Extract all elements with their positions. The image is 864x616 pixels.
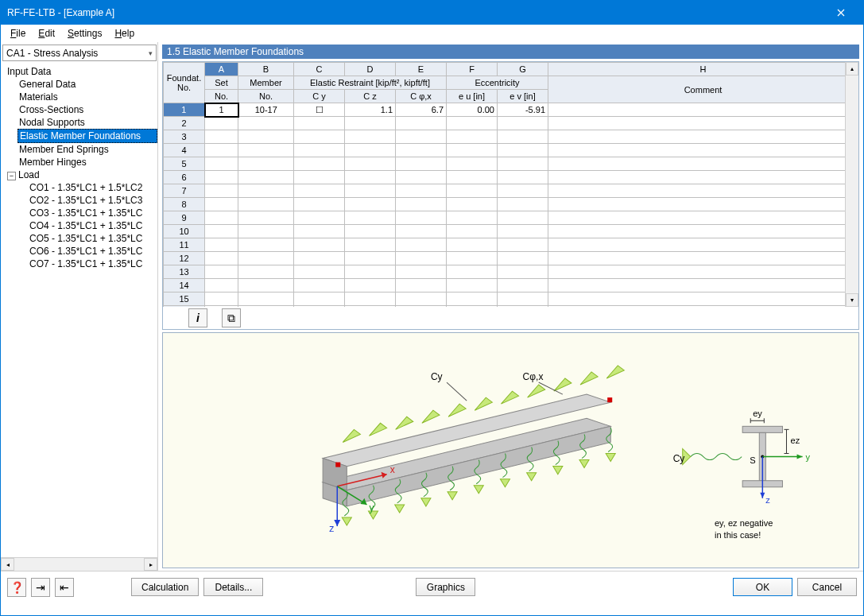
cell-cy[interactable]: [294, 225, 345, 238]
cell-cphix[interactable]: [396, 265, 447, 279]
cell-cphix[interactable]: [396, 171, 447, 184]
row-header[interactable]: 15: [164, 293, 205, 306]
cell-eu[interactable]: [447, 279, 498, 293]
row-header[interactable]: 10: [164, 225, 205, 238]
cell-ev[interactable]: [498, 211, 548, 225]
row-header[interactable]: 9: [164, 211, 205, 225]
table-row[interactable]: 5: [164, 157, 858, 171]
cell-eu[interactable]: [447, 157, 498, 171]
scroll-left-icon[interactable]: ◂: [1, 558, 14, 571]
tree-root-input-data[interactable]: Input Data: [6, 65, 157, 78]
col-letter-G[interactable]: G: [498, 63, 548, 76]
tree-load-item[interactable]: CO4 - 1.35*LC1 + 1.35*LC: [28, 219, 157, 232]
table-row[interactable]: 6: [164, 171, 858, 184]
cell-cphix[interactable]: 6.7: [396, 103, 447, 117]
cell-ev[interactable]: [498, 265, 548, 279]
cell-cphix[interactable]: [396, 184, 447, 198]
col-letter-E[interactable]: E: [396, 63, 447, 76]
cell-cphix[interactable]: [396, 157, 447, 171]
cell-cy[interactable]: [294, 252, 345, 265]
pick-button[interactable]: ⧉: [222, 308, 241, 327]
row-header[interactable]: 12: [164, 252, 205, 265]
cell-eu[interactable]: [447, 184, 498, 198]
cell-comment[interactable]: [548, 293, 858, 306]
help-button[interactable]: ❓: [7, 578, 26, 597]
cell-eu[interactable]: [447, 117, 498, 130]
cell-comment[interactable]: [548, 211, 858, 225]
cell-set[interactable]: [205, 225, 238, 238]
cell-cz[interactable]: [345, 211, 396, 225]
cell-eu[interactable]: [447, 252, 498, 265]
cell-comment[interactable]: [548, 184, 858, 198]
cell-set[interactable]: [205, 198, 238, 211]
cell-eu[interactable]: [447, 225, 498, 238]
table-row[interactable]: 3: [164, 130, 858, 144]
cell-set[interactable]: [205, 130, 238, 144]
cell-eu[interactable]: [447, 211, 498, 225]
tree-item-elastic-member-foundations[interactable]: Elastic Member Foundations: [17, 129, 157, 143]
table-row[interactable]: 9: [164, 211, 858, 225]
info-button[interactable]: i: [188, 308, 207, 327]
col-letter-D[interactable]: D: [345, 63, 396, 76]
cell-cy[interactable]: [294, 279, 345, 293]
table-row[interactable]: 4: [164, 144, 858, 157]
tree-item-materials[interactable]: Materials: [17, 91, 157, 103]
cell-cphix[interactable]: [396, 130, 447, 144]
export-button[interactable]: ⇤: [55, 578, 74, 597]
cell-member[interactable]: [238, 225, 294, 238]
cell-ev[interactable]: [498, 144, 548, 157]
cell-ev[interactable]: [498, 252, 548, 265]
cell-cphix[interactable]: [396, 144, 447, 157]
cell-cphix[interactable]: [396, 117, 447, 130]
cell-cy[interactable]: [294, 293, 345, 306]
row-header[interactable]: 3: [164, 130, 205, 144]
col-letter-F[interactable]: F: [447, 63, 498, 76]
cell-eu[interactable]: [447, 238, 498, 252]
cell-member[interactable]: 10-17: [238, 103, 294, 117]
cell-eu[interactable]: [447, 198, 498, 211]
cell-cphix[interactable]: [396, 306, 447, 308]
nav-tree[interactable]: Input Data General DataMaterialsCross-Se…: [1, 64, 157, 557]
cell-eu[interactable]: [447, 171, 498, 184]
import-button[interactable]: ⇥: [31, 578, 50, 597]
cell-set[interactable]: [205, 252, 238, 265]
cell-comment[interactable]: [548, 144, 858, 157]
cell-cy[interactable]: [294, 306, 345, 308]
table-row[interactable]: 1110-17☐1.16.70.00-5.91: [164, 103, 858, 117]
cell-set[interactable]: [205, 211, 238, 225]
cell-member[interactable]: [238, 238, 294, 252]
table-row[interactable]: 14: [164, 279, 858, 293]
cell-cphix[interactable]: [396, 252, 447, 265]
table-row[interactable]: 8: [164, 198, 858, 211]
row-header[interactable]: 16: [164, 306, 205, 308]
cell-member[interactable]: [238, 279, 294, 293]
col-letter-C[interactable]: C: [294, 63, 345, 76]
h-scrollbar[interactable]: ◂ ▸: [1, 557, 157, 571]
cell-cphix[interactable]: [396, 293, 447, 306]
menu-edit[interactable]: Edit: [32, 26, 61, 41]
cell-comment[interactable]: [548, 198, 858, 211]
cell-cz[interactable]: [345, 265, 396, 279]
cell-cy[interactable]: ☐: [294, 103, 345, 117]
table-row[interactable]: 11: [164, 238, 858, 252]
cell-member[interactable]: [238, 184, 294, 198]
cell-set[interactable]: [205, 238, 238, 252]
cell-eu[interactable]: [447, 130, 498, 144]
cell-cz[interactable]: [345, 293, 396, 306]
row-header[interactable]: 4: [164, 144, 205, 157]
cell-comment[interactable]: [548, 265, 858, 279]
tree-load-item[interactable]: CO6 - 1.35*LC1 + 1.35*LC: [28, 245, 157, 258]
cell-set[interactable]: [205, 144, 238, 157]
cell-ev[interactable]: [498, 306, 548, 308]
cell-cy[interactable]: [294, 265, 345, 279]
row-header[interactable]: 8: [164, 198, 205, 211]
cell-comment[interactable]: [548, 103, 858, 117]
v-scrollbar[interactable]: ▴ ▾: [845, 62, 858, 307]
row-header[interactable]: 5: [164, 157, 205, 171]
cell-ev[interactable]: [498, 117, 548, 130]
cell-set[interactable]: [205, 117, 238, 130]
cell-cz[interactable]: [345, 238, 396, 252]
cell-set[interactable]: 1: [205, 103, 238, 117]
cell-member[interactable]: [238, 198, 294, 211]
cell-comment[interactable]: [548, 252, 858, 265]
